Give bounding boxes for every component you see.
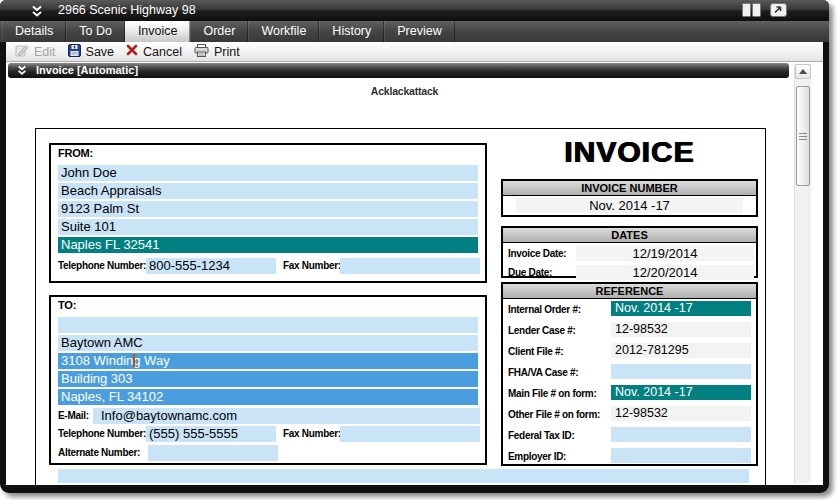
cancel-icon (126, 44, 138, 59)
split-view-icon[interactable] (742, 3, 761, 17)
cancel-label: Cancel (143, 45, 182, 59)
to-building-field[interactable]: Building 303 (58, 371, 478, 387)
due-date-field[interactable]: 12/20/2014 (576, 265, 754, 280)
from-city-field[interactable]: Naples FL 32541 (58, 237, 478, 253)
to-fax-label: Fax Number: (283, 426, 341, 442)
employer-id-label: Employer ID: (508, 451, 566, 462)
cancel-button[interactable]: Cancel (122, 43, 190, 61)
invoice-number-header: INVOICE NUMBER (503, 181, 756, 196)
dates-panel: DATES Invoice Date: 12/19/2014 Due Date:… (501, 226, 758, 278)
save-button[interactable]: Save (64, 43, 123, 61)
text-cursor (133, 354, 135, 367)
popout-icon[interactable] (770, 3, 787, 17)
to-email-label: E-Mail: (58, 408, 89, 424)
from-name-field[interactable]: John Doe (58, 165, 478, 181)
invoice-form: FROM: John Doe Beach Appraisals 9123 Pal… (35, 128, 766, 485)
to-company-field[interactable]: Baytown AMC (58, 335, 478, 351)
to-alternate-label: Alternate Number: (58, 445, 140, 461)
scrollbar-grip-icon (799, 133, 807, 141)
window-title: 2966 Scenic Highway 98 (58, 3, 196, 17)
from-suite-field[interactable]: Suite 101 (58, 219, 478, 235)
tab-order[interactable]: Order (190, 21, 248, 42)
print-label: Print (214, 45, 240, 59)
tab-history[interactable]: History (319, 21, 384, 42)
tab-workfile[interactable]: Workfile (248, 21, 319, 42)
to-label: TO: (58, 299, 76, 311)
tab-bar: Details To Do Invoice Order Workfile His… (0, 21, 829, 42)
to-email-field[interactable]: Info@baytownamc.com (93, 408, 480, 424)
invoice-number-field[interactable]: Nov. 2014 -17 (516, 198, 743, 213)
from-phone-field[interactable]: 800-555-1234 (146, 258, 276, 274)
due-date-row: Due Date: 12/20/2014 (503, 265, 756, 280)
invoice-number-panel: INVOICE NUMBER Nov. 2014 -17 (501, 179, 758, 217)
invoice-section-header[interactable]: Invoice [Automatic] (8, 63, 789, 78)
form-watermark: Acklackattack (6, 85, 803, 97)
to-alternate-field[interactable] (148, 445, 278, 461)
reference-panel: REFERENCE Internal Order #: Nov. 2014 -1… (501, 282, 758, 466)
to-phone-field[interactable]: (555) 555-5555 (146, 426, 276, 442)
client-file-field[interactable]: 2012-781295 (611, 343, 751, 358)
invoice-date-label: Invoice Date: (508, 248, 566, 259)
from-fax-label: Fax Number: (283, 258, 341, 274)
fha-va-case-field[interactable] (611, 364, 751, 379)
table-row: Internal Order #: Nov. 2014 -17 (503, 299, 756, 320)
print-icon (194, 44, 209, 60)
to-attn-field[interactable] (58, 317, 478, 333)
toolbar: Edit Save Cancel Print (6, 42, 823, 62)
to-phone-label: Telephone Number: (58, 426, 146, 442)
edit-label: Edit (34, 45, 56, 59)
internal-order-field[interactable]: Nov. 2014 -17 (611, 301, 751, 316)
invoice-date-field[interactable]: 12/19/2014 (576, 246, 754, 261)
invoice-title: INVOICE (501, 135, 758, 169)
federal-tax-id-field[interactable] (611, 427, 751, 442)
scroll-up-button[interactable] (795, 64, 811, 79)
due-date-label: Due Date: (508, 267, 552, 278)
edit-icon (15, 44, 29, 60)
to-address-field[interactable]: 3108 Winding Way (58, 353, 478, 369)
employer-id-field[interactable] (611, 448, 751, 463)
scrollbar-thumb[interactable] (796, 86, 810, 186)
table-row: Federal Tax ID: (503, 425, 756, 446)
to-address-text: 3108 Winding Way (61, 353, 170, 368)
to-section: TO: Baytown AMC 3108 Winding Way Buildin… (49, 295, 487, 465)
section-title: Invoice [Automatic] (36, 63, 138, 78)
table-row: Employer ID: (503, 446, 756, 467)
collapse-chevron-icon[interactable] (31, 4, 43, 22)
tab-invoice[interactable]: Invoice (125, 21, 191, 42)
section-chevron-icon (17, 65, 27, 80)
from-label: FROM: (58, 147, 93, 159)
from-phone-label: Telephone Number: (58, 258, 146, 274)
lender-case-label: Lender Case #: (508, 325, 576, 336)
window-controls (742, 3, 787, 17)
other-file-label: Other File # on form: (508, 409, 600, 420)
memo-field[interactable] (58, 469, 749, 483)
tab-details[interactable]: Details (2, 21, 66, 42)
edit-button: Edit (11, 43, 64, 61)
main-file-label: Main File # on form: (508, 388, 596, 399)
from-section: FROM: John Doe Beach Appraisals 9123 Pal… (49, 143, 487, 283)
table-row: Client File #: 2012-781295 (503, 341, 756, 362)
tab-preview[interactable]: Preview (384, 21, 454, 42)
main-file-field[interactable]: Nov. 2014 -17 (611, 385, 751, 400)
to-city-field[interactable]: Naples, FL 34102 (58, 389, 478, 405)
lender-case-field[interactable]: 12-98532 (611, 322, 751, 337)
invoice-date-row: Invoice Date: 12/19/2014 (503, 246, 756, 261)
save-label: Save (86, 45, 115, 59)
from-company-field[interactable]: Beach Appraisals (58, 183, 478, 199)
internal-order-label: Internal Order #: (508, 304, 581, 315)
from-fax-field[interactable] (340, 258, 480, 274)
table-row: FHA/VA Case #: (503, 362, 756, 383)
federal-tax-id-label: Federal Tax ID: (508, 430, 574, 441)
other-file-field[interactable]: 12-98532 (611, 406, 751, 421)
tab-todo[interactable]: To Do (66, 21, 125, 42)
fha-va-case-label: FHA/VA Case #: (508, 367, 578, 378)
content-area: Invoice [Automatic] Acklackattack FROM: … (6, 62, 823, 485)
from-address-field[interactable]: 9123 Palm St (58, 201, 478, 217)
table-row: Lender Case #: 12-98532 (503, 320, 756, 341)
vertical-scrollbar[interactable] (794, 64, 811, 483)
client-file-label: Client File #: (508, 346, 563, 357)
table-row: Main File # on form: Nov. 2014 -17 (503, 383, 756, 404)
to-fax-field[interactable] (340, 426, 480, 442)
save-icon (68, 44, 81, 60)
print-button[interactable]: Print (190, 43, 248, 61)
